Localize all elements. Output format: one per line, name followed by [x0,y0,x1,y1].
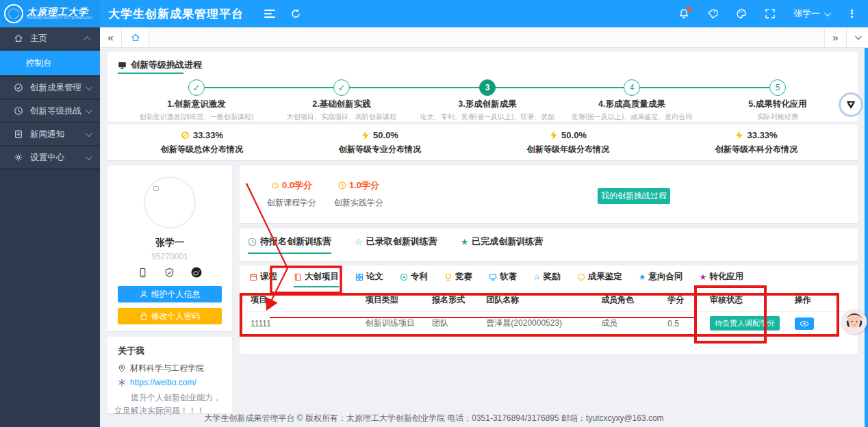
cell-project-type: 创新训练项目 [361,312,428,335]
footer: 大学生创新成果管理平台 © 版权所有：太原理工大学创新创业学院 电话：0351-… [0,413,868,424]
star-icon: ★ [639,272,646,282]
university-name: 太原理工大学 [27,7,93,17]
avatar[interactable] [144,177,196,229]
sidebar-item-home[interactable]: 主页 [0,27,100,51]
theme-palette-icon[interactable] [736,8,747,19]
stat-value: 50.0% [373,130,398,140]
step-desc: 论文、专利、竞赛(省一及以上)、软著、奖励 [405,112,570,122]
step-4-circle: 4 [624,79,640,96]
eye-icon [800,320,809,327]
tab-papers[interactable]: 论文 [355,271,383,287]
table-header-row: 项目 项目类型 报名形式 团队名称 成员角色 学分 审核状态 操作 [246,289,851,312]
tab-awards[interactable]: ☆ 奖励 [533,271,561,287]
tab-courses[interactable]: 课程 [249,271,277,287]
step-desc: 创新意识激发(训练营、一般创新课程) [114,112,279,122]
step-desc: 实际到账经费 [695,112,860,122]
tab-admitted-camps[interactable]: ☆ 已录取创新训练营 [355,235,437,254]
tab-competitions[interactable]: 竞赛 [444,271,472,287]
location-pin-icon [118,364,126,373]
tabs-scroll-left-button[interactable]: « [100,27,122,47]
cell-project: 11111 [246,312,361,335]
weibo-icon[interactable] [191,267,202,278]
stat-overall: 33.33% 创新等级总体分布情况 [127,130,277,155]
shield-check-icon[interactable] [164,268,175,278]
credit-value: 0.0学分 [282,179,312,192]
app-title: 大学生创新成果管理平台 [108,6,244,22]
sidebar-item-label: 控制台 [26,57,52,69]
more-options-icon[interactable]: ⋮ [847,8,857,20]
tab-pending-camps[interactable]: 待报名创新训练营 [248,235,331,254]
tab-home[interactable] [122,27,149,47]
sidebar-item-console[interactable]: 控制台 [0,51,100,77]
my-challenge-process-button[interactable]: 我的创新挑战过程 [598,188,670,204]
stat-label: 创新等级年级分布情况 [493,144,643,155]
col-credit: 学分 [663,289,706,312]
step-2-circle: ✓ [333,79,350,96]
chevron-down-icon [86,107,92,114]
notifications-bell-icon[interactable] [678,8,689,19]
user-name: 张学一 [793,8,820,20]
personal-link[interactable]: https://weibo.com/ [118,378,196,387]
tabs-scroll-right-button[interactable]: » [824,27,846,47]
stat-value: 33.33% [747,130,777,140]
projects-table: 项目 项目类型 报名形式 团队名称 成员角色 学分 审核状态 操作 11111 … [246,289,851,335]
board-icon [118,61,127,70]
lock-icon [140,312,148,320]
broken-image-icon [153,186,159,191]
tabs-menu-button[interactable] [846,27,868,47]
sidebar-item-settings[interactable]: 设置中心 [0,146,100,170]
tab-appraisal[interactable]: 成果鉴定 [577,271,622,287]
refresh-icon[interactable] [290,8,301,19]
sidebar-item-news[interactable]: 新闻通知 [0,123,100,146]
power-icon [271,181,279,190]
chevron-down-icon [86,83,92,90]
assistant-widget[interactable] [839,93,863,116]
view-details-button[interactable] [795,318,814,330]
star-icon: ★ [461,237,469,247]
title-underline [118,73,183,74]
cell-team-name: 曹泽晨(2020000523) [482,312,597,335]
stat-undergrad: 33.33% 创新等级本科分布情况 [681,130,832,155]
menu-toggle-icon[interactable] [264,10,275,18]
bolt-icon [735,131,743,140]
change-password-button[interactable]: 修改个人密码 [118,308,222,324]
stat-value: 33.33% [193,130,223,140]
tab-patents[interactable]: 专利 [400,271,428,287]
step-name: 5.成果转化应用 [695,99,860,110]
app-window: 太原理工大学 TAIYUAN UNIVERSITY OF TECHNOLOGY … [0,0,868,427]
sidebar-item-label: 创新成果管理 [30,82,81,94]
cell-credit: 0.5 [663,312,706,335]
step-name: 2.基础创新实践 [259,99,424,110]
star-outline-icon: ☆ [355,237,363,247]
floating-avatar[interactable] [842,309,867,334]
tab-software[interactable]: 软著 [489,271,517,287]
credit-label: 创新实践学分 [334,197,383,209]
tab-completed-camps[interactable]: ★ 已完成创新训练营 [461,235,544,254]
tab-intent-contract[interactable]: ★ 意向合同 [639,271,683,287]
tab-transformation[interactable]: ★ 转化应用 [700,271,744,287]
col-project-type: 项目类型 [361,289,428,312]
col-team-name: 团队名称 [482,289,597,312]
sidebar-item-achievements[interactable]: 创新成果管理 [0,77,100,100]
profile-card: 张学一 95270001 维护个人信息 修改个人密码 [107,166,232,331]
clock-icon [248,237,257,246]
sidebar-item-challenge[interactable]: 创新等级挑战 [0,100,100,123]
card-title: 创新等级挑战进程 [131,59,202,71]
scrollbar[interactable] [865,48,868,427]
tab-innovation-projects[interactable]: 大创项目 [294,271,339,287]
cell-signup-form: 团队 [428,312,482,335]
maintain-info-button[interactable]: 维护个人信息 [118,286,222,302]
news-icon [14,129,23,139]
fullscreen-icon[interactable] [765,8,776,19]
top-header: 太原理工大学 TAIYUAN UNIVERSITY OF TECHNOLOGY … [0,0,868,27]
robot-icon [845,99,857,111]
profile-student-id: 95270001 [107,252,232,261]
calendar-icon [249,273,257,281]
notification-badge [687,7,691,12]
phone-icon[interactable] [138,268,148,278]
stat-major: 50.0% 创新等级专业分布情况 [305,130,455,155]
sidebar-item-label: 主页 [30,33,47,44]
user-menu[interactable]: 张学一 [793,8,829,20]
university-logo-block[interactable]: 太原理工大学 TAIYUAN UNIVERSITY OF TECHNOLOGY [0,0,100,27]
tag-icon[interactable] [707,8,718,19]
